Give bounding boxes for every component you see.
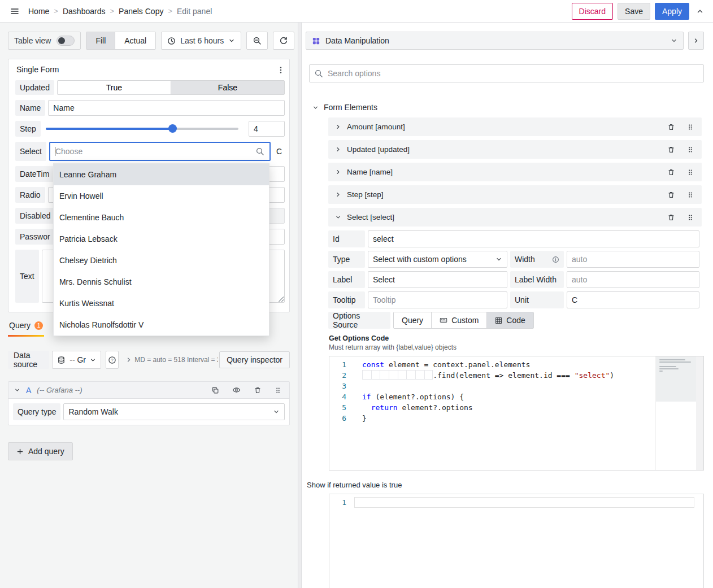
grid-icon (495, 317, 502, 324)
slider-track[interactable] (46, 128, 238, 130)
element-row-name[interactable]: Name [name] (328, 163, 702, 181)
dropdown-option[interactable]: Nicholas Runolfsdottir V (54, 314, 269, 336)
table-view-toggle[interactable] (56, 36, 75, 46)
dropdown-option[interactable]: Ervin Howell (54, 185, 269, 207)
options-search-input[interactable] (309, 64, 704, 82)
dropdown-option[interactable]: Chelsey Dietrich (54, 250, 269, 271)
name-field-input[interactable] (48, 100, 285, 116)
tooltip-input[interactable] (368, 291, 507, 308)
query-type-select[interactable]: Random Walk (63, 403, 285, 420)
chevron-down-icon[interactable] (14, 387, 20, 393)
apply-button[interactable]: Apply (655, 3, 689, 20)
options-source-group: Query Custom Code (393, 312, 534, 329)
minimap[interactable] (655, 356, 696, 470)
dropdown-option[interactable]: Clementine Bauch (54, 207, 269, 228)
delete-element-icon[interactable] (666, 145, 676, 155)
label-width-input[interactable] (567, 271, 699, 288)
breadcrumb-dashboards[interactable]: Dashboards (63, 7, 106, 16)
query-row-body: Query type Random Walk (8, 399, 289, 425)
query-type-label: Query type (13, 403, 60, 420)
tab-query[interactable]: Query 1 (8, 318, 44, 337)
panel-menu-icon[interactable] (275, 64, 287, 76)
label-input[interactable] (368, 271, 507, 288)
form-elements-section-title: Form Elements (324, 103, 377, 112)
discard-button[interactable]: Discard (572, 3, 613, 20)
source-code-option[interactable]: Code (486, 312, 533, 328)
minimap-slider[interactable] (656, 356, 696, 402)
breadcrumb-separator: > (54, 7, 58, 15)
delete-element-icon[interactable] (666, 190, 676, 200)
query-count-badge: 1 (34, 321, 43, 330)
type-value: Select with custom options (373, 255, 467, 264)
query-datasource-name: (-- Grafana --) (37, 386, 82, 394)
chevron-right-icon (335, 124, 341, 130)
form-elements-section-header[interactable]: Form Elements (312, 103, 704, 112)
dropdown-option[interactable]: Patricia Lebsack (54, 228, 269, 250)
delete-element-icon[interactable] (666, 122, 676, 132)
hide-query-icon[interactable] (230, 384, 243, 397)
drag-handle-icon[interactable] (686, 212, 695, 223)
element-row-select[interactable]: Select [select] (328, 208, 702, 227)
dropdown-option[interactable]: Leanne Graham (54, 164, 269, 185)
delete-element-icon[interactable] (666, 212, 676, 223)
actual-button[interactable]: Actual (115, 32, 155, 49)
dropdown-option[interactable]: Kurtis Weissnat (54, 293, 269, 314)
help-icon[interactable]: ? (106, 351, 119, 369)
name-field-row: Name (15, 100, 285, 116)
table-view-label: Table view (14, 36, 51, 45)
query-row-card: A (-- Grafana --) (8, 381, 290, 425)
dropdown-option[interactable]: Mrs. Dennis Schulist (54, 271, 269, 293)
select-combobox[interactable]: Choose Leanne Graham Ervin Howell Clemen… (49, 142, 271, 161)
breadcrumb-panels-copy[interactable]: Panels Copy (119, 7, 163, 16)
drag-handle-icon[interactable] (272, 384, 284, 397)
query-inspector-button[interactable]: Query inspector (219, 351, 290, 368)
duplicate-query-icon[interactable] (209, 384, 221, 397)
width-input[interactable] (567, 251, 699, 268)
datetime-field-label: DateTim (15, 166, 54, 182)
info-icon (552, 256, 559, 263)
query-type-value: Random Walk (68, 407, 118, 416)
source-query-option[interactable]: Query (394, 312, 431, 328)
chevron-up-icon[interactable] (694, 5, 706, 18)
save-button[interactable]: Save (618, 3, 650, 20)
refresh-button[interactable] (273, 32, 294, 50)
pane-splitter[interactable] (298, 23, 302, 588)
select-element-editor: Id Type Select with custom options Width… (328, 230, 699, 351)
visualization-picker[interactable]: Data Manipulation (306, 32, 684, 50)
slider-handle[interactable] (168, 124, 177, 133)
get-options-code-editor[interactable]: 1const element = context.panel.elements2… (329, 356, 704, 471)
chevron-down-icon (90, 357, 96, 363)
text-field-label: Text (15, 250, 39, 303)
drag-handle-icon[interactable] (686, 190, 695, 200)
source-custom-option[interactable]: Custom (431, 312, 486, 328)
updated-true-option[interactable]: True (58, 81, 171, 94)
delete-query-icon[interactable] (251, 384, 264, 397)
element-row-step[interactable]: Step [step] (328, 185, 702, 204)
id-input[interactable] (368, 230, 699, 247)
datasource-picker[interactable]: -- Gr (52, 351, 101, 369)
delete-element-icon[interactable] (666, 167, 676, 177)
menu-icon[interactable] (7, 3, 23, 19)
step-slider[interactable] (46, 121, 238, 137)
element-label: Select [select] (347, 213, 394, 221)
fill-button[interactable]: Fill (86, 32, 115, 49)
drag-handle-icon[interactable] (686, 167, 695, 177)
drag-handle-icon[interactable] (686, 145, 695, 155)
step-value-input[interactable] (249, 121, 285, 137)
unit-input[interactable] (567, 291, 699, 308)
panel-preview: Single Form Updated True False Name (8, 59, 290, 312)
type-select[interactable]: Select with custom options (368, 251, 507, 268)
collapse-options-button[interactable] (688, 32, 704, 50)
breadcrumb-home[interactable]: Home (28, 7, 49, 16)
query-row-header[interactable]: A (-- Grafana --) (8, 382, 289, 399)
chevron-right-icon[interactable] (123, 354, 134, 365)
time-range-picker[interactable]: Last 6 hours (161, 32, 241, 50)
add-query-button[interactable]: Add query (8, 442, 73, 460)
element-row-updated[interactable]: Updated [updated] (328, 140, 702, 159)
show-if-code-editor[interactable]: 1 (329, 494, 704, 588)
element-row-amount[interactable]: Amount [amount] (328, 117, 702, 136)
updated-false-option[interactable]: False (171, 81, 284, 94)
zoom-out-button[interactable] (246, 32, 268, 50)
drag-handle-icon[interactable] (686, 122, 695, 132)
scrollbar[interactable] (696, 356, 703, 470)
